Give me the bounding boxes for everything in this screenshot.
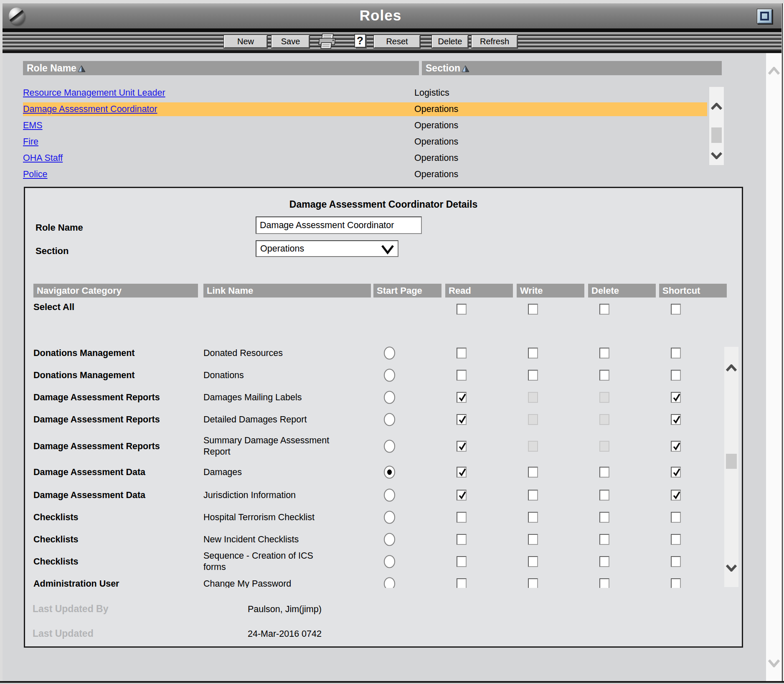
- perm-category: Damage Assessment Reports: [33, 414, 160, 425]
- select-all-shortcut-checkbox[interactable]: [671, 304, 681, 315]
- write-checkbox[interactable]: [528, 370, 538, 381]
- role-link[interactable]: Resource Management Unit Leader: [23, 88, 165, 98]
- svg-text:?: ?: [357, 34, 363, 47]
- shortcut-checkbox[interactable]: [671, 490, 681, 501]
- scrollbar-thumb[interactable]: [726, 454, 737, 469]
- column-header-section[interactable]: Section: [422, 61, 722, 75]
- perm-category: Damage Assessment Data: [33, 467, 145, 478]
- shortcut-checkbox[interactable]: [671, 578, 681, 588]
- delete-checkbox[interactable]: [599, 512, 609, 523]
- delete-checkbox[interactable]: [599, 370, 609, 381]
- delete-checkbox[interactable]: [599, 556, 609, 567]
- write-checkbox[interactable]: [528, 490, 538, 501]
- page-scrollbar[interactable]: [766, 53, 781, 681]
- shortcut-checkbox[interactable]: [671, 467, 681, 478]
- read-checkbox[interactable]: [457, 370, 467, 381]
- read-checkbox[interactable]: [457, 441, 467, 452]
- shortcut-checkbox[interactable]: [671, 556, 681, 567]
- read-checkbox[interactable]: [457, 490, 467, 501]
- role-list-scrollbar[interactable]: [709, 87, 724, 165]
- start-page-radio[interactable]: [384, 413, 395, 426]
- last-updated-label: Last Updated: [33, 628, 94, 639]
- role-name-input[interactable]: [256, 216, 422, 234]
- permissions-scrollbar[interactable]: [724, 347, 738, 587]
- read-checkbox[interactable]: [457, 556, 467, 567]
- column-header-role-name[interactable]: Role Name: [23, 61, 419, 75]
- start-page-radio[interactable]: [384, 489, 395, 502]
- role-link[interactable]: EMS: [23, 120, 43, 130]
- shortcut-checkbox[interactable]: [671, 512, 681, 523]
- role-link[interactable]: OHA Staff: [23, 153, 63, 163]
- shortcut-checkbox[interactable]: [671, 414, 681, 425]
- role-name-header-label: Role Name: [27, 63, 76, 74]
- reset-button[interactable]: Reset: [374, 35, 420, 48]
- role-link[interactable]: Fire: [23, 137, 38, 147]
- scroll-down-icon[interactable]: [711, 152, 722, 159]
- section-select[interactable]: Operations: [256, 240, 398, 257]
- perm-category: Administration User: [33, 579, 119, 588]
- perm-link-name: Change My Password: [203, 578, 336, 588]
- scroll-up-icon[interactable]: [726, 364, 737, 372]
- write-checkbox[interactable]: [528, 512, 538, 523]
- read-checkbox[interactable]: [457, 512, 467, 523]
- delete-checkbox[interactable]: [599, 578, 609, 588]
- role-link[interactable]: Damage Assessment Coordinator: [23, 104, 157, 114]
- start-page-radio[interactable]: [384, 577, 395, 588]
- start-page-radio[interactable]: [384, 511, 395, 524]
- write-checkbox[interactable]: [528, 578, 538, 588]
- select-all-delete-checkbox[interactable]: [599, 304, 609, 315]
- scroll-down-icon[interactable]: [768, 659, 780, 667]
- start-page-radio[interactable]: [384, 391, 395, 404]
- role-row: PoliceOperations: [23, 168, 707, 181]
- new-button[interactable]: New: [224, 35, 267, 48]
- restore-window-button[interactable]: [757, 9, 772, 24]
- read-checkbox[interactable]: [457, 414, 467, 425]
- shortcut-checkbox[interactable]: [671, 392, 681, 403]
- save-button[interactable]: Save: [271, 35, 310, 48]
- write-checkbox[interactable]: [528, 556, 538, 567]
- read-checkbox[interactable]: [457, 578, 467, 588]
- read-checkbox[interactable]: [457, 392, 467, 403]
- read-checkbox[interactable]: [457, 348, 467, 359]
- shortcut-checkbox[interactable]: [671, 348, 681, 359]
- section-label: Section: [36, 246, 69, 257]
- start-page-radio[interactable]: [384, 533, 395, 546]
- perm-link-name: Detailed Damages Report: [203, 414, 336, 425]
- role-link[interactable]: Police: [23, 169, 48, 179]
- section-header-label: Section: [426, 63, 460, 74]
- perm-category: Checklists: [33, 512, 79, 523]
- select-all-read-checkbox[interactable]: [457, 304, 467, 315]
- shortcut-checkbox[interactable]: [671, 441, 681, 452]
- read-checkbox[interactable]: [457, 467, 467, 478]
- role-section: Operations: [414, 151, 458, 165]
- scrollbar-thumb[interactable]: [711, 127, 722, 143]
- delete-checkbox[interactable]: [599, 348, 609, 359]
- perm-link-name: Sequence - Creation of ICS forms: [203, 550, 336, 573]
- role-details-panel: Damage Assessment Coordinator Details Ro…: [24, 187, 743, 648]
- write-checkbox[interactable]: [528, 467, 538, 478]
- perm-link-name: Damages Mailing Labels: [203, 392, 336, 403]
- select-all-write-checkbox[interactable]: [528, 304, 538, 315]
- shortcut-checkbox[interactable]: [671, 370, 681, 381]
- scroll-up-icon[interactable]: [711, 103, 722, 110]
- shortcut-checkbox[interactable]: [671, 534, 681, 545]
- help-icon[interactable]: ?: [353, 34, 369, 51]
- scroll-up-icon[interactable]: [768, 67, 780, 75]
- print-icon[interactable]: [317, 33, 338, 51]
- read-checkbox[interactable]: [457, 534, 467, 545]
- start-page-radio[interactable]: [384, 466, 395, 479]
- delete-checkbox[interactable]: [599, 467, 609, 478]
- start-page-radio[interactable]: [384, 369, 395, 382]
- section-select-value: Operations: [260, 244, 304, 254]
- start-page-radio[interactable]: [384, 347, 395, 360]
- scroll-down-icon[interactable]: [726, 564, 737, 572]
- refresh-button[interactable]: Refresh: [472, 35, 518, 48]
- write-checkbox[interactable]: [528, 348, 538, 359]
- delete-button[interactable]: Delete: [432, 35, 468, 48]
- delete-checkbox[interactable]: [599, 534, 609, 545]
- delete-checkbox[interactable]: [599, 490, 609, 501]
- write-checkbox: [528, 414, 538, 425]
- start-page-radio[interactable]: [384, 440, 395, 453]
- start-page-radio[interactable]: [384, 555, 395, 568]
- write-checkbox[interactable]: [528, 534, 538, 545]
